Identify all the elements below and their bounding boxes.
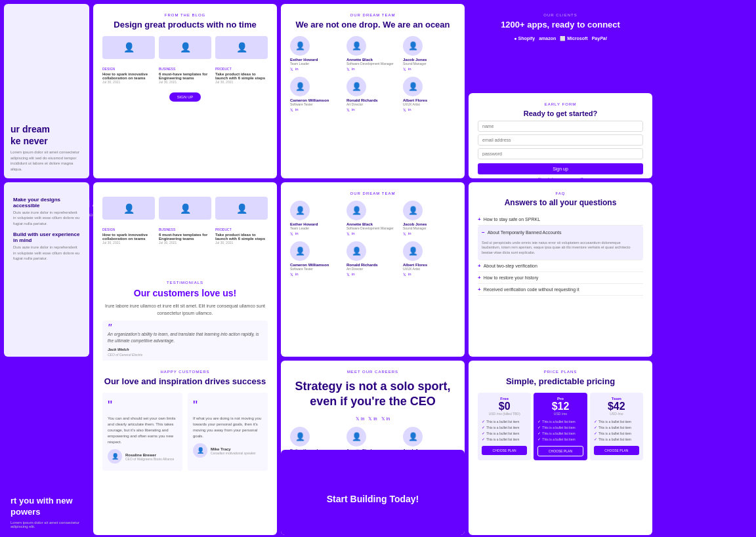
pcheck-2: ✓ [537, 425, 541, 429]
faq-item-5[interactable]: + Received verification code without req… [478, 284, 643, 296]
free-plan-btn[interactable]: CHOOSE PLAN [482, 446, 527, 455]
strategy-social-tw: 𝕏 in [356, 416, 364, 422]
price-team-amount: $42 [594, 401, 639, 412]
faq-item-1[interactable]: + How to stay safe on SPRKL [478, 214, 643, 226]
faq-items: + How to stay safe on SPRKL − About Temp… [478, 214, 643, 296]
twitter-icon-1: 𝕏 [290, 67, 293, 71]
li2-1-icon: in [295, 231, 299, 236]
quote-mark-1: " [108, 326, 262, 331]
blog2-items: DESIGN How to spark innovative collabora… [102, 225, 268, 245]
faq-question-2: About Temporarily Banned Accounts [488, 230, 562, 235]
price-team-features: ✓This is a bullet list item ✓This is a b… [594, 418, 639, 442]
team-plan-btn[interactable]: CHOOSE PLAN [594, 446, 639, 455]
email-input[interactable] [478, 134, 643, 146]
team2-grid-row1: 👤 Esther Howard Team Leader 𝕏 in 👤 Annet… [290, 201, 455, 236]
price-team-desc: USD /mo [594, 412, 639, 416]
tw2-6-icon: 𝕏 [403, 272, 406, 277]
twitter-icon-5: 𝕏 [346, 108, 350, 112]
price-free-amount: $0 [482, 401, 527, 412]
signup-btn[interactable]: Sign up [478, 163, 643, 174]
person2-icon-1: 👤 [123, 203, 135, 214]
price-pro-desc: USD /mo [537, 412, 583, 416]
faq-item-2[interactable]: − About Temporarily Banned Accounts Sed … [478, 226, 643, 260]
testimonial2-label: HAPPY CUSTOMERS [102, 370, 268, 374]
thumb-3: 👤 [215, 36, 268, 59]
price-free-desc: USD /mo (billed TBD) [482, 412, 527, 416]
feature1-title: Make your designs accessible [13, 197, 80, 209]
test2-person-icon-2: 👤 [197, 447, 204, 454]
price-team: Team $42 USD /mo ✓This is a bullet list … [590, 393, 643, 461]
check-3: ✓ [482, 431, 485, 435]
pp-4: ✓This is a bullet list item [537, 436, 583, 442]
microsoft-logo: ⬜ Microsoft [560, 36, 587, 41]
team-member-2: 👤 Annette Black Software Development Man… [346, 36, 399, 71]
team-grid-row2: 👤 Cameron Williamson Software Tester 𝕏 i… [290, 77, 455, 112]
paypal-logo: PayPal [592, 36, 607, 41]
name-input[interactable] [478, 121, 643, 132]
member4-role: Software Tester [290, 102, 343, 106]
blog2-item1-date: Jul 30, 2021 [102, 241, 155, 245]
avatar2-6: 👤 [403, 241, 423, 261]
testimonial2-col2-text: If what you are doing is not moving you … [193, 416, 262, 439]
pf-1: ✓This is a bullet list item [482, 418, 527, 424]
member1-social: 𝕏 in [290, 67, 343, 71]
faq-chevron-1: + [478, 216, 481, 222]
password-input[interactable] [478, 148, 643, 159]
faq-item-4[interactable]: + How to restore your history [478, 272, 643, 284]
blog-item2-title: 6 must-have templates for Engineering te… [159, 72, 211, 80]
member5-role: Art Director [346, 102, 399, 106]
blog-item1-tag: DESIGN [102, 67, 155, 71]
faq-item-3[interactable]: + About two-step verification [478, 260, 643, 272]
avatar2-icon-3: 👤 [408, 206, 418, 215]
li2-3-icon: in [408, 231, 411, 236]
check-2: ✓ [482, 425, 485, 429]
start-building-title: Start Building Today! [327, 494, 419, 504]
avatar2-icon-4: 👤 [295, 247, 305, 256]
avatar-icon-5: 👤 [352, 82, 362, 91]
team-card-2: OUR DREAM TEAM 👤 Esther Howard Team Lead… [281, 182, 465, 357]
member2-role: Software Development Manager [346, 62, 399, 66]
avatar2-1: 👤 [290, 201, 310, 220]
blog-item1-title: How to spark innovative collaboration on… [102, 72, 155, 80]
avatar2-icon-6: 👤 [408, 247, 418, 256]
testimonial2-col-1: " You can and should set your own limits… [102, 393, 182, 471]
faq-label: FAQ [478, 191, 643, 195]
team2-member-4: 👤 Cameron Williamson Software Tester 𝕏 i… [290, 241, 343, 277]
tcheck-3: ✓ [594, 431, 597, 435]
strategy-social-row: 𝕏 in 𝕏 in 𝕏 in [290, 416, 455, 422]
feature-item-1: Make your designs accessible Duis aute i… [13, 197, 80, 226]
avatar-2: 👤 [346, 36, 366, 56]
blog-item-2: BUSINESS 6 must-have templates for Engin… [159, 64, 211, 84]
pt-4: ✓This is a bullet list item [594, 436, 639, 442]
thumb2-1: 👤 [102, 197, 155, 220]
testimonial2-col1-text: You can and should set your own limits a… [108, 416, 177, 445]
avatar-3: 👤 [403, 36, 423, 56]
check-1: ✓ [482, 419, 485, 424]
ready-title: Ready to get started? [478, 109, 643, 118]
linkedin-icon-3: in [408, 67, 411, 71]
strategy-avatar-3: 👤 [403, 427, 423, 447]
li2-5-icon: in [352, 272, 355, 277]
linkedin-icon-2: in [352, 67, 355, 71]
strategy-icon-1: 👤 [295, 432, 305, 441]
pp-1: ✓This is a bullet list item [537, 418, 583, 424]
team-card-1: OUR DREAM TEAM We are not one drop. We a… [281, 4, 465, 178]
person2-icon-2: 👤 [180, 203, 191, 214]
avatar-icon-2: 👤 [352, 41, 362, 50]
pro-plan-btn[interactable]: CHOOSE PLAN [537, 446, 583, 456]
thumb2-2: 👤 [159, 197, 211, 220]
integrations-title: 1200+ apps, ready to connect [478, 20, 643, 31]
blog2-item3-tag: PRODUCT [215, 228, 268, 231]
blog2-item3-title: Take product ideas to launch with 6 simp… [215, 233, 268, 241]
blog-card-1: FROM THE BLOG Design great products with… [93, 4, 277, 178]
blog-signup-btn[interactable]: SIGN UP [169, 92, 201, 102]
linkedin-icon-5: in [352, 108, 355, 112]
start-building-card: Start Building Today! [281, 450, 465, 535]
thumb2-3: 👤 [215, 197, 268, 220]
testimonial1-title: Our customers love us! [102, 287, 268, 299]
pt-1: ✓This is a bullet list item [594, 418, 639, 424]
strategy-social-tw3: 𝕏 in [381, 416, 390, 422]
pricing-plans: Free $0 USD /mo (billed TBD) ✓This is a … [478, 393, 643, 461]
already-account-link[interactable]: Already have an account? [478, 177, 643, 178]
li2-2-icon: in [352, 231, 355, 236]
